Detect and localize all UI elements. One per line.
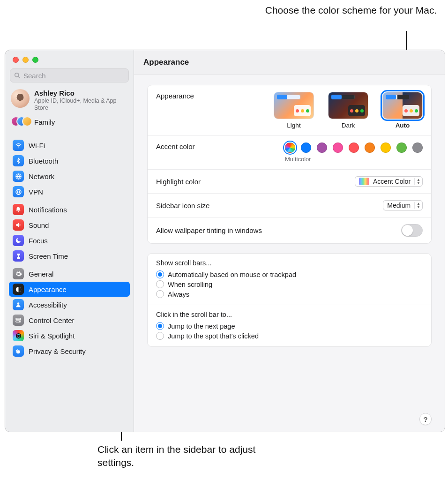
appearance-option-auto-label: Auto — [396, 122, 410, 129]
sidebar-item-focus[interactable]: Focus — [9, 233, 130, 248]
sidebar-item-general[interactable]: General — [9, 266, 130, 281]
sidebar-item-appearance[interactable]: Appearance — [9, 282, 130, 297]
chevron-up-down-icon: ▲▼ — [414, 202, 420, 209]
zoom-button[interactable] — [32, 57, 38, 63]
sidebar-item-label: General — [29, 270, 53, 278]
wallpaper-tint-label: Allow wallpaper tinting in windows — [156, 226, 262, 234]
sidebar-item-sound[interactable]: Sound — [9, 218, 130, 232]
highlight-value: Accent Color — [373, 178, 411, 185]
sidebar-item-label: Privacy & Security — [29, 347, 86, 355]
highlight-label: Highlight color — [156, 178, 201, 186]
search-field[interactable] — [10, 68, 129, 82]
system-settings-window: Ashley Rico Apple ID, iCloud+, Media & A… — [5, 50, 445, 432]
apple-id-row[interactable]: Ashley Rico Apple ID, iCloud+, Media & A… — [5, 84, 134, 114]
accent-label: Accent color — [156, 142, 195, 150]
sidebar-item-privacy[interactable]: Privacy & Security — [9, 344, 130, 359]
sidebar-item-wifi[interactable]: Wi-Fi — [9, 138, 130, 153]
appearance-option-light[interactable]: Light — [274, 92, 314, 129]
sidebar-item-screentime[interactable]: Screen Time — [9, 248, 130, 263]
sidebar-item-accessibility[interactable]: Accessibility — [9, 297, 130, 312]
sidebar-item-label: Notifications — [29, 206, 67, 214]
minimize-button[interactable] — [22, 57, 29, 63]
highlight-popup[interactable]: Accent Color ▲▼ — [355, 176, 423, 187]
scrollbars-title: Show scroll bars... — [156, 259, 423, 267]
row-highlight-color: Highlight color Accent Color ▲▼ — [148, 169, 431, 193]
accent-swatch-orange[interactable] — [365, 142, 375, 153]
scrollclick-option-page[interactable]: Jump to the next page — [156, 321, 423, 331]
accessibility-icon — [13, 299, 24, 310]
accent-swatch-multicolor[interactable] — [285, 142, 295, 153]
sidebar-icon-value: Medium — [387, 202, 411, 209]
sidebar-item-label: Screen Time — [29, 252, 68, 260]
account-name: Ashley Rico — [34, 89, 128, 98]
accent-swatch-graphite[interactable] — [412, 142, 423, 153]
sidebar-icon-popup[interactable]: Medium ▲▼ — [383, 200, 423, 210]
sidebar-item-label: Bluetooth — [29, 157, 58, 165]
sidebar-item-bluetooth[interactable]: Bluetooth — [9, 153, 130, 168]
help-button[interactable]: ? — [419, 413, 432, 425]
appearance-option-auto[interactable]: Auto — [382, 92, 423, 129]
content-body: Appearance Light Dark Auto — [134, 75, 445, 432]
controlcenter-icon — [13, 315, 24, 326]
window-controls — [5, 50, 134, 68]
sidebar-item-label: Accessibility — [29, 301, 67, 309]
notifications-icon — [13, 204, 24, 215]
radio-dot — [156, 270, 164, 278]
accent-swatch-purple[interactable] — [317, 142, 327, 153]
siri-icon — [13, 330, 24, 341]
svg-point-0 — [15, 73, 19, 77]
radio-label: Jump to the next page — [168, 322, 235, 330]
callout-sidebar: Click an item in the sidebar to adjust s… — [97, 443, 294, 470]
sidebar-icon-label: Sidebar icon size — [156, 202, 209, 210]
family-row[interactable]: Family — [5, 114, 134, 132]
svg-point-11 — [19, 321, 20, 322]
scrollbars-option-scrolling[interactable]: When scrolling — [156, 279, 423, 289]
sidebar-item-notifications[interactable]: Notifications — [9, 202, 130, 217]
accent-swatch-green[interactable] — [396, 142, 407, 153]
card-scroll: Show scroll bars... Automatically based … — [147, 253, 432, 347]
svg-point-12 — [15, 333, 21, 338]
family-avatars — [11, 116, 30, 128]
page-title: Appearance — [143, 58, 189, 67]
wifi-icon — [13, 140, 24, 151]
wallpaper-tint-switch[interactable] — [401, 224, 423, 237]
svg-point-5 — [18, 211, 19, 212]
accent-swatch-blue[interactable] — [301, 142, 311, 153]
accent-selected-label: Multicolor — [285, 156, 311, 163]
close-button[interactable] — [13, 57, 19, 63]
sidebar-item-network[interactable]: Network — [9, 169, 130, 184]
scrollclick-option-spot[interactable]: Jump to the spot that’s clicked — [156, 331, 423, 341]
search-input[interactable] — [23, 72, 125, 80]
scrollbars-option-auto[interactable]: Automatically based on mouse or trackpad — [156, 270, 423, 279]
row-accent-color: Accent color Multicolor — [148, 135, 431, 169]
content: Appearance Appearance Light Dark — [134, 50, 445, 432]
sidebar-item-label: Focus — [29, 237, 48, 245]
radio-label: When scrolling — [168, 281, 212, 288]
appearance-option-dark[interactable]: Dark — [328, 92, 368, 129]
search-icon — [14, 72, 21, 79]
scrollbars-group: Show scroll bars... Automatically based … — [148, 254, 431, 305]
sidebar-item-label: Network — [29, 172, 54, 180]
sidebar-nav: Wi-FiBluetoothNetworkVPNNotificationsSou… — [5, 132, 134, 432]
appearance-option-dark-label: Dark — [342, 122, 355, 129]
sidebar-item-vpn[interactable]: VPN — [9, 184, 130, 199]
radio-dot — [156, 280, 164, 288]
privacy-icon — [13, 345, 24, 357]
sidebar-item-label: VPN — [29, 188, 43, 196]
sidebar-item-label: Appearance — [29, 285, 67, 293]
radio-dot — [156, 290, 164, 298]
gradient-chip-icon — [359, 178, 369, 185]
accent-swatch-red[interactable] — [349, 142, 359, 153]
radio-label: Always — [168, 291, 189, 298]
sidebar: Ashley Rico Apple ID, iCloud+, Media & A… — [5, 50, 134, 432]
accent-swatch-yellow[interactable] — [381, 142, 391, 153]
accent-swatch-pink[interactable] — [333, 142, 343, 153]
avatar — [11, 89, 30, 108]
sidebar-item-controlcenter[interactable]: Control Center — [9, 313, 130, 328]
sidebar-item-siri[interactable]: Siri & Spotlight — [9, 328, 130, 343]
sidebar-item-label: Wi-Fi — [29, 142, 45, 150]
network-icon — [13, 171, 24, 182]
scrollbars-option-always[interactable]: Always — [156, 289, 423, 299]
radio-dot — [156, 322, 164, 330]
screentime-icon — [13, 250, 24, 262]
